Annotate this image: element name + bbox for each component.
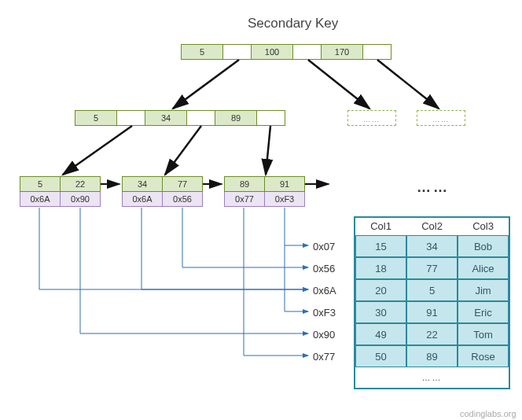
root-key-0: 5 [182, 45, 223, 59]
table-row: 4922Tom [355, 323, 509, 345]
addr-2: 0x6A [313, 285, 336, 307]
svg-line-1 [308, 60, 369, 109]
ghost-node-1: …… [417, 110, 465, 126]
credit-text: codinglabs.org [460, 409, 516, 418]
addr-3: 0xF3 [313, 307, 336, 329]
leaf-2-ptr-1: 0xF3 [265, 192, 304, 206]
col-header-2: Col3 [458, 218, 509, 235]
root-node: 5 100 170 [181, 44, 392, 60]
svg-line-5 [266, 126, 270, 175]
data-table: Col1 Col2 Col3 1534Bob 1877Alice 205Jim … [354, 216, 510, 389]
secondary-key-diagram: { "title": "Secondary Key", "root": { "k… [8, 8, 522, 420]
leaf-1-key-1: 77 [163, 177, 202, 191]
root-ptr-2 [363, 45, 391, 59]
svg-line-4 [165, 126, 201, 175]
col-header-0: Col1 [355, 218, 406, 235]
internal-key-2: 89 [215, 111, 257, 125]
internal-ptr-2 [257, 111, 285, 125]
leaf-node-0: 5 22 0x6A 0x90 [20, 176, 101, 207]
internal-ptr-0 [117, 111, 145, 125]
addr-4: 0x90 [313, 329, 336, 351]
svg-line-3 [63, 126, 132, 175]
leaf-1-key-0: 34 [123, 177, 163, 191]
leaf-2-key-0: 89 [225, 177, 265, 191]
address-list: 0x07 0x56 0x6A 0xF3 0x90 0x77 [313, 241, 336, 373]
leaf-0-key-1: 22 [61, 177, 100, 191]
addr-1: 0x56 [313, 263, 336, 285]
ghost-node-0: …… [347, 110, 396, 126]
leaf-0-ptr-0: 0x6A [20, 192, 61, 206]
root-key-2: 170 [322, 45, 363, 59]
diagram-title: Secondary Key [248, 16, 338, 31]
leaf-0-key-0: 5 [20, 177, 61, 191]
table-footer: …… [355, 367, 509, 388]
root-ptr-1 [293, 45, 322, 59]
leaf-2-ptr-0: 0x77 [225, 192, 265, 206]
table-row: 5089Rose [355, 345, 509, 367]
table-header: Col1 Col2 Col3 [355, 218, 509, 235]
leaf-node-2: 89 91 0x77 0xF3 [224, 176, 305, 207]
addr-5: 0x77 [313, 351, 336, 373]
table-row: 3091Eric [355, 301, 509, 323]
addr-0: 0x07 [313, 241, 336, 263]
svg-line-0 [173, 60, 239, 109]
root-ptr-0 [223, 45, 252, 59]
table-row: 1534Bob [355, 235, 509, 257]
internal-key-1: 34 [145, 111, 187, 125]
leaf-1-ptr-0: 0x6A [123, 192, 163, 206]
table-row: 205Jim [355, 279, 509, 301]
table-row: 1877Alice [355, 257, 509, 279]
internal-node: 5 34 89 [75, 110, 285, 126]
leaf-0-ptr-1: 0x90 [61, 192, 100, 206]
internal-ptr-1 [187, 111, 215, 125]
internal-key-0: 5 [75, 111, 117, 125]
leaf-node-1: 34 77 0x6A 0x56 [122, 176, 203, 207]
leaf-1-ptr-1: 0x56 [163, 192, 202, 206]
leaf-2-key-1: 91 [265, 177, 304, 191]
root-key-1: 100 [252, 45, 293, 59]
col-header-1: Col2 [406, 218, 458, 235]
leaf-ellipsis: …… [417, 179, 450, 196]
svg-line-2 [377, 60, 439, 109]
